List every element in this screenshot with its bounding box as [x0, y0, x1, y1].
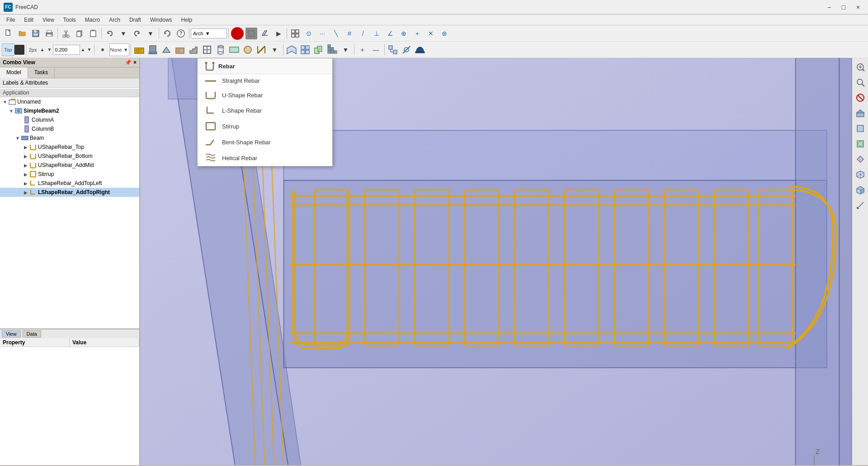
print-button[interactable] [42, 27, 56, 40]
menu-item-helical-rebar[interactable]: Helical Rebar [198, 150, 332, 166]
tab-model[interactable]: Model [0, 67, 28, 78]
rs-top-view[interactable] [853, 137, 868, 151]
combo-close[interactable]: × [133, 59, 137, 66]
menu-arch[interactable]: Arch [104, 14, 125, 25]
stop-button[interactable] [245, 28, 257, 39]
redo-button[interactable] [130, 27, 144, 40]
arch-dropdown[interactable]: ▼ [268, 43, 282, 56]
line-value-up[interactable]: ▲ [80, 43, 86, 56]
rs-home-view[interactable] [853, 106, 868, 120]
arch-floor[interactable] [160, 43, 173, 56]
menu-edit[interactable]: Edit [19, 14, 38, 25]
tree-item-lshape-topleft[interactable]: ▶ LShapeRebar_AddTopLeft [0, 179, 139, 188]
menu-item-l-shape-rebar[interactable]: L-Shape Rebar [198, 103, 332, 118]
rs-zoom-select[interactable] [853, 75, 868, 90]
menu-windows[interactable]: Windows [146, 14, 177, 25]
close-button[interactable]: × [852, 2, 864, 13]
maximize-button[interactable]: □ [837, 2, 850, 13]
draw-point[interactable] [96, 43, 109, 56]
rs-axo-view[interactable] [853, 167, 868, 182]
tree-item-simplebeam2[interactable]: ▼ SimpleBeam2 [0, 106, 139, 115]
snap-midpoint[interactable]: ··· [316, 27, 329, 40]
menu-help[interactable]: Help [177, 14, 197, 25]
tree-item-columnA[interactable]: ▶ ColumnA [0, 115, 139, 124]
arch-dropdown2[interactable]: ▼ [339, 43, 353, 56]
rs-right-view[interactable] [853, 152, 868, 166]
snap-delete[interactable]: ✕ [424, 27, 438, 40]
arch-toggle-subcomponents[interactable] [386, 43, 400, 56]
cut-button[interactable] [59, 27, 73, 40]
arch-add[interactable]: + [356, 43, 369, 56]
line-width-up[interactable]: ▲ [39, 43, 46, 56]
tree-item-columnB[interactable]: ▶ ColumnB [0, 124, 139, 133]
snap-center[interactable]: ⊕ [397, 27, 410, 40]
menu-tools[interactable]: Tools [59, 14, 80, 25]
arch-remove[interactable]: — [369, 43, 383, 56]
arch-window[interactable] [200, 43, 214, 56]
viewport[interactable]: X Z Y Rebar Straight Rebar [140, 58, 852, 465]
snap-perpendicular[interactable]: ⊥ [370, 27, 383, 40]
record-button[interactable] [231, 27, 244, 40]
view-cube[interactable] [14, 45, 24, 55]
tree-item-lshape-topright[interactable]: ▶ LShapeRebar_AddTopRight [0, 188, 139, 197]
undo-dropdown[interactable]: ▼ [117, 27, 130, 40]
minimize-button[interactable]: − [823, 2, 835, 13]
line-width-down[interactable]: ▼ [47, 43, 53, 56]
rs-no-clip[interactable] [853, 90, 868, 105]
save-button[interactable] [29, 27, 42, 40]
paste-button[interactable] [86, 27, 100, 40]
style-none[interactable]: None ▼ [109, 43, 129, 56]
menu-file[interactable]: File [2, 14, 19, 25]
menu-item-straight-rebar[interactable]: Straight Rebar [198, 74, 332, 87]
snap-grid[interactable]: # [343, 27, 356, 40]
arch-sections[interactable] [298, 43, 312, 56]
tab-tasks[interactable]: Tasks [28, 67, 55, 78]
open-button[interactable] [15, 27, 29, 40]
arch-frame[interactable] [255, 43, 268, 56]
snap-all[interactable]: ⊛ [438, 27, 451, 40]
tree-item-ushape-bottom[interactable]: ▶ UShapeRebar_Bottom [0, 152, 139, 161]
menu-item-bent-shape-rebar[interactable]: Bent-Shape Rebar [198, 134, 332, 150]
snap-line[interactable]: / [356, 27, 370, 40]
arch-cut-plane[interactable] [285, 43, 298, 56]
tree-item-ushape-addmid[interactable]: ▶ UShapeRebar_AddMid [0, 161, 139, 170]
arch-material[interactable] [241, 43, 255, 56]
snap-endpoint[interactable]: ⊙ [302, 27, 316, 40]
snap-extension[interactable]: + [410, 27, 424, 40]
undo-button[interactable] [103, 27, 117, 40]
redo-dropdown[interactable]: ▼ [144, 27, 157, 40]
copy-button[interactable] [73, 27, 86, 40]
arch-array[interactable] [326, 43, 339, 56]
snap-intersection[interactable]: ╲ [329, 27, 343, 40]
edit-mode-button[interactable] [258, 27, 272, 40]
workbench-selector[interactable]: Arch ▼ [191, 29, 227, 38]
arch-survey[interactable] [400, 43, 413, 56]
arch-wall[interactable] [132, 43, 146, 56]
rs-iso-view[interactable] [853, 183, 868, 197]
arch-stairs[interactable] [187, 43, 200, 56]
tree-item-stirrup[interactable]: ▶ Stirrup [0, 170, 139, 179]
tree-item-beam[interactable]: ▼ Beam [0, 133, 139, 143]
line-value-input[interactable]: 0.200 [53, 45, 80, 55]
play-button[interactable]: ▶ [272, 27, 285, 40]
rs-measure[interactable] [853, 198, 868, 213]
arch-panel[interactable] [227, 43, 241, 56]
arch-roof[interactable] [173, 43, 187, 56]
refresh-button[interactable] [160, 27, 174, 40]
tree-item-ushape-top[interactable]: ▶ UShapeRebar_Top [0, 143, 139, 152]
rs-zoom-fit[interactable] [853, 60, 868, 74]
help-button[interactable]: ? [174, 27, 188, 40]
view-tab-button[interactable]: View [2, 330, 21, 338]
tree-item-unnamed[interactable]: ▼ Unnamed [0, 97, 139, 106]
rs-front-view[interactable] [853, 121, 868, 136]
new-button[interactable] [2, 27, 15, 40]
combo-pin[interactable]: 📌 [125, 59, 132, 66]
grid-button[interactable] [288, 27, 302, 40]
data-tab-button[interactable]: Data [23, 330, 41, 338]
menu-item-stirrup[interactable]: Stirrup [198, 118, 332, 134]
snap-angle[interactable]: ∠ [383, 27, 397, 40]
arch-pipe[interactable] [214, 43, 227, 56]
menu-item-u-shape-rebar[interactable]: U-Shape Rebar [198, 87, 332, 103]
arch-helmet[interactable] [413, 43, 427, 56]
arch-clone[interactable] [312, 43, 326, 56]
